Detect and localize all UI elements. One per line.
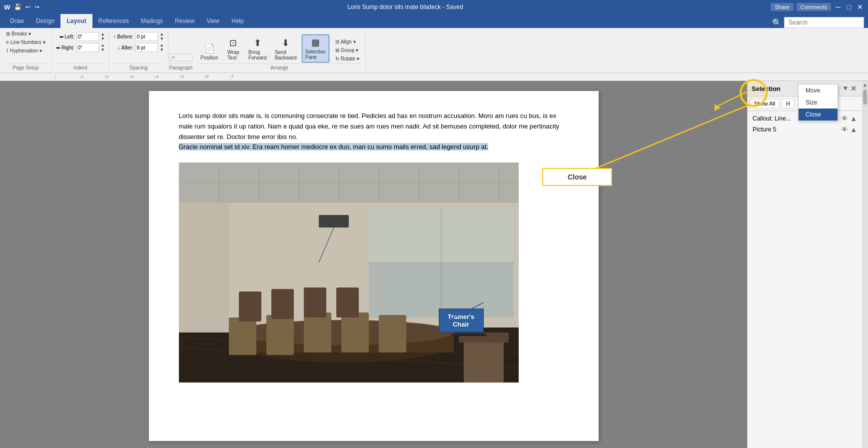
breaks-icon: ⊞ [6, 31, 10, 36]
pane-item-picture5-icons: 👁 ▲ [841, 126, 857, 134]
svg-rect-33 [464, 338, 504, 382]
close-window-button[interactable]: ✕ [856, 3, 864, 11]
spacing-before-spinner[interactable]: ▲ ▼ [160, 32, 164, 41]
spacing-before-row: ↑ Before: ▲ ▼ [113, 32, 164, 41]
scrollbar-area[interactable]: ▲ [862, 81, 868, 448]
main-area: Loris sump dolor sits mate is, is commun… [0, 81, 868, 448]
highlighted-text: Gracie nominal set id xiv. Era ream home… [179, 143, 489, 150]
selection-pane-title: Selection [752, 85, 781, 92]
spacing-after-row: ↓ After: ▲ ▼ [118, 43, 164, 52]
line-numbers-button[interactable]: ≡ Line Numbers ▾ [4, 38, 47, 46]
ribbon-group-pagesetup: ⊞ Breaks ▾ ≡ Line Numbers ▾ ⌇ Hyphenatio… [0, 30, 52, 70]
hyphenation-button[interactable]: ⌇ Hyphenation ▾ [4, 47, 44, 54]
indent-right-row: ➡ Right: ▲ ▼ [56, 43, 105, 52]
tab-review[interactable]: Review [169, 14, 200, 28]
title-bar-controls: Share Comments ─ □ ✕ [771, 3, 864, 11]
quick-access-undo[interactable]: ↩ [25, 4, 30, 10]
pane-item-picture5[interactable]: Picture 5 👁 ▲ [750, 124, 860, 135]
maximize-button[interactable]: □ [845, 3, 853, 11]
share-button[interactable]: Share [771, 3, 793, 11]
visibility-icon-callout[interactable]: 👁 [841, 114, 848, 122]
pane-items-list: Callout: Line... 👁 ▲ Picture 5 👁 ▲ [748, 111, 862, 448]
dropdown-item-size[interactable]: Size [799, 96, 838, 108]
hide-all-button[interactable]: H [782, 98, 795, 108]
ruler-mark-7: 7 [230, 75, 255, 79]
spacing-after-input[interactable] [135, 43, 158, 52]
dropdown-item-move[interactable]: Move [799, 84, 838, 96]
scroll-thumb[interactable] [863, 90, 867, 104]
svg-rect-28 [379, 315, 406, 352]
tab-design[interactable]: Design [30, 14, 60, 28]
minimize-button[interactable]: ─ [834, 3, 842, 11]
svg-rect-27 [341, 312, 369, 352]
ruler-mark-1: 1 [80, 75, 105, 79]
align-button[interactable]: ⊟ Align ▾ [333, 38, 361, 46]
ruler-marks: 1 2 3 4 5 6 7 [55, 75, 255, 79]
tab-draw[interactable]: Draw [4, 14, 30, 28]
paragraph-1: Loris sump dolor sits mate is, is commun… [179, 111, 569, 142]
ruler-mark-6: 6 [205, 75, 230, 79]
spacing-after-spinner[interactable]: ▲ ▼ [160, 43, 164, 52]
pane-dropdown-btn[interactable]: ▾ [844, 84, 847, 93]
dropdown-menu: Move Size Close [798, 84, 838, 121]
scroll-up-arrow[interactable]: ▲ [862, 81, 868, 88]
tab-view[interactable]: View [200, 14, 225, 28]
hyphenation-icon: ⌇ [6, 48, 8, 54]
position-icon: 📄 [204, 43, 215, 54]
svg-rect-30 [271, 289, 294, 319]
ruler-mark-2: 2 [105, 75, 130, 79]
selection-pane-button[interactable]: ▦ SelectionPane [302, 34, 329, 62]
quick-access-save[interactable]: 💾 [14, 4, 21, 10]
title-bar: W 💾 ↩ ↪ Loris Sump dolor sits mate blade… [0, 0, 868, 14]
arrange-inner: 📄 Position ⊡ WrapText ⬆ BringForward ⬇ S… [197, 30, 361, 70]
dropdown-item-close[interactable]: Close [799, 108, 838, 120]
conference-room-image: Trainer's Chair [179, 162, 519, 382]
rotate-button[interactable]: ↻ Rotate ▾ [333, 55, 361, 62]
tab-help[interactable]: Help [225, 14, 250, 28]
spacing-controls: ↑ Before: ▲ ▼ ↓ After: ▲ ▼ [113, 30, 164, 62]
quick-access-redo[interactable]: ↪ [34, 4, 39, 10]
breaks-button[interactable]: ⊞ Breaks ▾ [4, 30, 33, 38]
indent-left-input[interactable] [76, 32, 99, 41]
reorder-up-icon-picture5[interactable]: ▲ [850, 126, 857, 134]
app-logo: W [4, 4, 10, 11]
reorder-up-icon-callout[interactable]: ▲ [850, 114, 857, 122]
indent-right-spinner[interactable]: ▲ ▼ [101, 43, 105, 52]
ribbon: ⊞ Breaks ▾ ≡ Line Numbers ▾ ⌇ Hyphenatio… [0, 28, 868, 73]
ribbon-group-spacing: ↑ Before: ▲ ▼ ↓ After: ▲ ▼ Spacing [109, 30, 168, 70]
ribbon-tabs: Draw Design Layout References Mailings R… [0, 14, 868, 28]
ruler-mark-4: 4 [155, 75, 180, 79]
line-numbers-icon: ≡ [6, 40, 9, 45]
bring-forward-button[interactable]: ⬆ BringForward [245, 36, 270, 62]
pane-close-button[interactable]: ✕ [849, 84, 858, 93]
send-backward-button[interactable]: ⬇ SendBackward [272, 36, 300, 62]
document-body: Loris sump dolor sits mate is, is commun… [179, 111, 569, 152]
paragraph-launcher[interactable]: ↗ Paragraph [168, 30, 194, 70]
indent-right-input[interactable] [76, 43, 99, 52]
tab-mailings[interactable]: Mailings [135, 14, 169, 28]
spacing-before-input[interactable] [135, 32, 158, 41]
bring-forward-icon: ⬆ [254, 38, 261, 48]
comments-button[interactable]: Comments [797, 3, 831, 11]
selection-pane-icon: ▦ [311, 37, 320, 48]
position-button[interactable]: 📄 Position [197, 41, 221, 62]
svg-rect-38 [451, 334, 486, 336]
wrap-text-icon: ⊡ [229, 38, 237, 48]
tab-layout[interactable]: Layout [60, 14, 92, 28]
svg-rect-39 [179, 202, 229, 332]
tab-references[interactable]: References [92, 14, 135, 28]
group-button[interactable]: ⊞ Group ▾ [333, 46, 361, 54]
svg-rect-25 [266, 315, 294, 355]
indent-right-label: ➡ Right: [56, 45, 74, 50]
title-bar-left: W 💾 ↩ ↪ [4, 4, 39, 11]
svg-rect-16 [369, 208, 514, 262]
page-setup-buttons: ⊞ Breaks ▾ ≡ Line Numbers ▾ ⌇ Hyphenatio… [4, 30, 47, 62]
ruler: 1 2 3 4 5 6 7 [0, 73, 868, 81]
search-input[interactable] [784, 17, 864, 28]
wrap-text-button[interactable]: ⊡ WrapText [223, 36, 243, 62]
indent-left-spinner[interactable]: ▲ ▼ [101, 32, 105, 41]
show-all-button[interactable]: Show All [750, 98, 780, 108]
arrange-label: Arrange [197, 64, 361, 70]
paragraph-label: Paragraph [169, 64, 193, 70]
visibility-icon-picture5[interactable]: 👁 [841, 126, 848, 134]
